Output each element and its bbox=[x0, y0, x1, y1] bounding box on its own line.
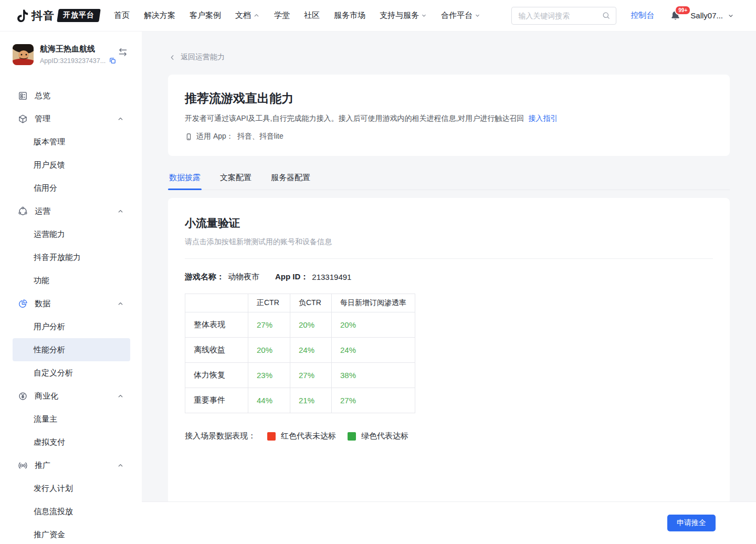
back-link[interactable]: 返回运营能力 bbox=[169, 53, 225, 62]
sidebar-item-自定义分析[interactable]: 自定义分析 bbox=[13, 361, 130, 384]
operation-icon bbox=[18, 206, 28, 216]
nav-item-1[interactable]: 首页 bbox=[114, 11, 130, 20]
sidebar-item-label: 推广 bbox=[35, 461, 50, 470]
douyin-logo[interactable]: 抖音 开放平台 bbox=[17, 8, 100, 23]
search-icon[interactable] bbox=[602, 11, 611, 20]
sidebar-item-数据[interactable]: 数据 bbox=[13, 292, 130, 315]
navbar-right: 控制台 99+ Sally07... bbox=[511, 7, 734, 25]
chevron-up-icon[interactable] bbox=[117, 393, 124, 400]
sidebar-item-信息流投放[interactable]: 信息流投放 bbox=[13, 500, 130, 523]
legend-swatch bbox=[267, 432, 276, 441]
metrics-table: 正CTR负CTR每日新增订阅渗透率 整体表现27%20%20%离线收益20%24… bbox=[185, 294, 415, 413]
nav-item-6[interactable]: 社区 bbox=[304, 11, 320, 20]
sidebar-item-流量主[interactable]: 流量主 bbox=[13, 407, 130, 431]
username: Sally07... bbox=[690, 11, 723, 20]
nav-item-3[interactable]: 客户案例 bbox=[190, 11, 221, 20]
metric-value: 27% bbox=[248, 312, 290, 338]
metric-value: 20% bbox=[332, 312, 415, 338]
switch-app-icon[interactable] bbox=[118, 47, 128, 57]
cube-icon bbox=[18, 114, 28, 124]
table-row: 离线收益20%24%24% bbox=[185, 338, 415, 363]
nav-item-7[interactable]: 服务市场 bbox=[334, 11, 365, 20]
app-switcher: 航海王热血航线 AppID:32193237437... bbox=[0, 32, 142, 65]
sidebar-item-label: 总览 bbox=[35, 91, 50, 101]
apply-full-rollout-button[interactable]: 申请推全 bbox=[667, 515, 716, 531]
column-header: 每日新增订阅渗透率 bbox=[332, 294, 415, 312]
user-menu[interactable]: Sally07... bbox=[690, 11, 734, 20]
search-box[interactable] bbox=[511, 7, 616, 25]
row-label: 离线收益 bbox=[185, 338, 248, 363]
capability-description: 开发者可通过该API及工具,自行完成能力接入。接入后可使用游戏内的相关进程信息,… bbox=[185, 114, 713, 123]
sidebar-item-总览[interactable]: 总览 bbox=[13, 84, 130, 107]
douyin-note-icon bbox=[17, 9, 29, 23]
nav-item-8[interactable]: 支持与服务 bbox=[380, 11, 427, 20]
app-id-value: 213319491 bbox=[312, 273, 351, 281]
chevron-up-icon[interactable] bbox=[117, 208, 124, 215]
metric-value: 27% bbox=[332, 388, 415, 413]
row-label: 重要事件 bbox=[185, 388, 248, 413]
sidebar-item-运营能力[interactable]: 运营能力 bbox=[13, 223, 130, 246]
sidebar-item-label: 信用分 bbox=[34, 183, 57, 193]
sidebar-item-用户反馈[interactable]: 用户反馈 bbox=[13, 153, 130, 176]
table-row: 重要事件44%21%27% bbox=[185, 388, 415, 413]
console-link[interactable]: 控制台 bbox=[631, 11, 654, 20]
metric-value: 44% bbox=[248, 388, 290, 413]
sidebar-item-性能分析[interactable]: 性能分析 bbox=[13, 338, 130, 361]
app-id: AppID:32193237437... bbox=[40, 57, 106, 65]
metric-value: 24% bbox=[290, 338, 332, 363]
nav-item-5[interactable]: 学堂 bbox=[274, 11, 290, 20]
tab-文案配置[interactable]: 文案配置 bbox=[219, 168, 253, 190]
sidebar-item-抖音开放能力[interactable]: 抖音开放能力 bbox=[13, 246, 130, 269]
metric-value: 38% bbox=[332, 363, 415, 388]
guide-link[interactable]: 接入指引 bbox=[528, 114, 558, 122]
sidebar-item-信用分[interactable]: 信用分 bbox=[13, 176, 130, 200]
sidebar-item-运营[interactable]: 运营 bbox=[13, 200, 130, 223]
sidebar-item-label: 信息流投放 bbox=[34, 507, 73, 517]
nav-item-2[interactable]: 解决方案 bbox=[144, 11, 175, 20]
tab-服务器配置[interactable]: 服务器配置 bbox=[270, 168, 311, 190]
search-input[interactable] bbox=[518, 12, 602, 20]
pie-chart-icon bbox=[18, 299, 28, 309]
chevron-up-icon[interactable] bbox=[117, 462, 124, 469]
sidebar-item-商业化[interactable]: 商业化 bbox=[13, 384, 130, 407]
sidebar-item-推广资金[interactable]: 推广资金 bbox=[13, 523, 130, 544]
tab-bar: 数据披露文案配置服务器配置 bbox=[168, 168, 730, 190]
tab-数据披露[interactable]: 数据披露 bbox=[168, 168, 202, 190]
app-avatar[interactable] bbox=[13, 44, 34, 65]
notifications-button[interactable]: 99+ bbox=[670, 10, 681, 21]
sidebar-item-发行人计划[interactable]: 发行人计划 bbox=[13, 477, 130, 500]
validation-description: 请点击添加按钮新增测试用的账号和设备信息 bbox=[185, 237, 713, 247]
nav-item-9[interactable]: 合作平台 bbox=[441, 11, 480, 20]
nav-item-label: 合作平台 bbox=[441, 11, 472, 20]
nav-item-4[interactable]: 文档 bbox=[235, 11, 260, 20]
sidebar-item-管理[interactable]: 管理 bbox=[13, 107, 130, 130]
sidebar-item-label: 用户反馈 bbox=[34, 160, 65, 170]
sidebar-item-功能[interactable]: 功能 bbox=[13, 269, 130, 292]
copy-icon[interactable] bbox=[109, 57, 117, 65]
sidebar-item-label: 管理 bbox=[35, 114, 50, 124]
sidebar-item-推广[interactable]: 推广 bbox=[13, 454, 130, 477]
app-scope-label: 适用 App： bbox=[196, 132, 234, 141]
sidebar-item-label: 商业化 bbox=[35, 391, 58, 401]
metric-value: 24% bbox=[332, 338, 415, 363]
nav-item-label: 客户案例 bbox=[190, 11, 221, 20]
row-label: 整体表现 bbox=[185, 312, 248, 338]
top-navbar: 抖音 开放平台 首页解决方案客户案例文档学堂社区服务市场支持与服务合作平台 控制… bbox=[0, 0, 756, 32]
metric-value: 20% bbox=[248, 338, 290, 363]
sidebar-item-用户分析[interactable]: 用户分析 bbox=[13, 315, 130, 338]
legend-text: 红色代表未达标 bbox=[281, 431, 336, 441]
sidebar-item-label: 虚拟支付 bbox=[34, 437, 65, 447]
sidebar-item-虚拟支付[interactable]: 虚拟支付 bbox=[13, 431, 130, 454]
metric-value: 23% bbox=[248, 363, 290, 388]
chevron-up-icon bbox=[253, 12, 260, 19]
sidebar-item-label: 发行人计划 bbox=[34, 484, 73, 494]
game-info-row: 游戏名称： 动物夜市 App ID： 213319491 bbox=[185, 272, 713, 282]
chevron-up-icon[interactable] bbox=[117, 300, 124, 307]
broadcast-icon bbox=[18, 461, 28, 470]
chevron-down-icon bbox=[475, 13, 480, 18]
table-row: 体力恢复23%27%38% bbox=[185, 363, 415, 388]
sidebar-item-版本管理[interactable]: 版本管理 bbox=[13, 130, 130, 153]
chevron-up-icon[interactable] bbox=[117, 116, 124, 122]
column-header: 负CTR bbox=[290, 294, 332, 312]
sidebar-item-label: 功能 bbox=[34, 276, 49, 286]
